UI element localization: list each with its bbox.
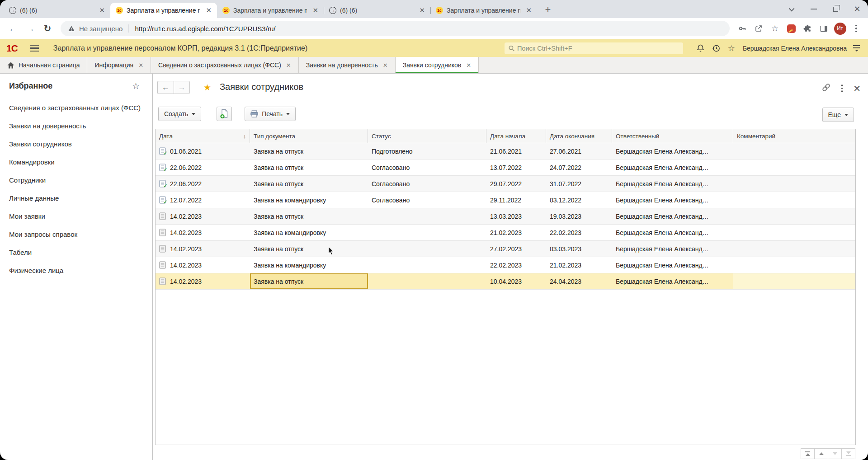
app-tab[interactable]: Информация ✕	[87, 57, 151, 73]
cell-date: 14.02.2023	[170, 278, 202, 285]
favorites-list-item[interactable]: Заявки сотрудников	[9, 139, 142, 149]
table-row[interactable]: ✓ 12.07.2022 Заявка на командировку Согл…	[156, 192, 855, 208]
favorites-list-item[interactable]: Мои заявки	[9, 211, 142, 221]
history-back-button[interactable]: ←	[157, 81, 174, 94]
url-text[interactable]: http://ru1c.rus.ad.egisplc.com/1CZUPRUS3…	[135, 25, 275, 33]
favorites-star-icon[interactable]: ☆	[724, 42, 739, 55]
scroll-up-icon[interactable]	[814, 448, 828, 459]
table-row[interactable]: 14.02.2023 Заявка на отпуск 27.02.2023 0…	[156, 241, 855, 257]
tab-close-icon[interactable]: ✕	[204, 6, 213, 14]
1c-logo[interactable]: 1С	[6, 43, 18, 54]
tab-close-icon[interactable]: ✕	[97, 6, 107, 14]
app-tab[interactable]: Сведения о застрахованных лицах (ФСС) ✕	[151, 57, 299, 73]
column-header-date-start[interactable]: Дата начала	[486, 129, 546, 143]
service-menu-icon[interactable]	[853, 45, 860, 52]
cell-responsible: Бершадская Елена Александ…	[612, 176, 733, 192]
tab-close-icon[interactable]: ✕	[524, 6, 533, 14]
back-icon[interactable]: ←	[5, 21, 21, 36]
column-header-doc-type[interactable]: Тип документа	[250, 129, 368, 143]
cell-status	[368, 257, 486, 273]
search-input[interactable]	[517, 45, 679, 52]
redirect-arrow-favicon: →	[329, 7, 336, 14]
create-button[interactable]: Создать	[158, 107, 201, 121]
link-icon[interactable]	[821, 83, 831, 94]
favorites-list-item[interactable]: Командировки	[9, 157, 142, 167]
extension-red-icon[interactable]	[784, 21, 798, 36]
column-header-status[interactable]: Статус	[368, 129, 486, 143]
tab-close-icon[interactable]: ✕	[311, 6, 320, 14]
scroll-down-icon[interactable]	[828, 448, 842, 459]
browser-tab[interactable]: → (6) (6) ✕	[4, 3, 110, 18]
more-dots-icon[interactable]	[841, 84, 843, 92]
cell-status	[368, 225, 486, 240]
column-header-date-end[interactable]: Дата окончания	[546, 129, 612, 143]
share-icon[interactable]	[751, 21, 766, 36]
more-button[interactable]: Еще	[822, 108, 854, 122]
favorites-list-item[interactable]: Сотрудники	[9, 175, 142, 185]
cell-comment	[733, 257, 855, 273]
app-tab-close-icon[interactable]: ✕	[138, 62, 143, 69]
column-header-responsible[interactable]: Ответственный	[612, 129, 733, 143]
main-menu-icon[interactable]	[30, 45, 39, 52]
security-label[interactable]: Не защищено	[79, 25, 123, 33]
restore-button[interactable]	[825, 0, 846, 18]
close-window-button[interactable]: ✕	[846, 0, 868, 18]
side-panel-icon[interactable]	[816, 21, 831, 36]
favorites-list-item[interactable]: Сведения о застрахованных лицах (ФСС)	[9, 103, 142, 113]
table-row[interactable]: ✓ 01.06.2021 Заявка на отпуск Подготовле…	[156, 143, 855, 160]
app-tab[interactable]: Начальная страница	[0, 57, 87, 73]
browser-tab[interactable]: 1с Зарплата и управление персона ✕	[217, 3, 324, 18]
minimize-button[interactable]	[803, 0, 825, 18]
table-row[interactable]: 14.02.2023 Заявка на отпуск 13.03.2023 1…	[156, 208, 855, 225]
column-header-comment[interactable]: Комментарий	[733, 129, 855, 143]
reload-icon[interactable]: ↻	[40, 21, 55, 36]
browser-tab[interactable]: → (6) (6) ✕	[324, 3, 430, 18]
load-file-button[interactable]	[217, 107, 232, 121]
tab-close-icon[interactable]: ✕	[417, 6, 427, 14]
address-bar[interactable]: Не защищено http://ru1c.rus.ad.egisplc.c…	[61, 21, 730, 36]
favorites-list-item[interactable]: Табели	[9, 248, 142, 257]
table-row[interactable]: ✓ 22.06.2022 Заявка на отпуск Согласован…	[156, 160, 855, 176]
table-row[interactable]: 14.02.2023 Заявка на отпуск 10.04.2023 2…	[156, 273, 855, 290]
new-tab-button[interactable]: +	[542, 3, 554, 16]
global-search[interactable]	[505, 42, 683, 54]
bell-icon[interactable]	[693, 42, 708, 55]
documents-table: Дата ↓ Тип документа Статус Дата начала …	[155, 129, 856, 445]
tab-search-chevron-icon[interactable]	[781, 0, 803, 18]
app-tab-close-icon[interactable]: ✕	[286, 62, 291, 69]
forward-icon[interactable]: →	[23, 21, 38, 36]
cell-date: 01.06.2021	[170, 148, 202, 155]
more-button-label: Еще	[828, 111, 841, 118]
app-tab[interactable]: Заявки на доверенность ✕	[299, 57, 396, 73]
app-tab[interactable]: Заявки сотрудников ✕	[396, 57, 479, 73]
app-tab-close-icon[interactable]: ✕	[383, 62, 388, 69]
profile-avatar[interactable]: Ит	[833, 21, 847, 36]
bookmark-star-icon[interactable]: ☆	[768, 21, 782, 36]
cell-responsible: Бершадская Елена Александ…	[612, 160, 733, 175]
scroll-bottom-icon[interactable]	[841, 448, 855, 459]
favorites-list-item[interactable]: Физические лица	[9, 266, 142, 275]
favorites-list-item[interactable]: Личные данные	[9, 193, 142, 203]
column-header-date[interactable]: Дата ↓	[156, 129, 250, 143]
page-favorite-star-icon[interactable]: ★	[203, 82, 211, 93]
favorites-list-item[interactable]: Мои запросы справок	[9, 230, 142, 239]
scroll-top-icon[interactable]	[801, 448, 815, 459]
current-user-name[interactable]: Бершадская Елена Александровна	[743, 45, 847, 52]
app-tab-close-icon[interactable]: ✕	[466, 62, 471, 69]
table-row[interactable]: ✓ 22.06.2022 Заявка на отпуск Согласован…	[156, 176, 855, 192]
print-button[interactable]: Печать	[245, 107, 296, 121]
browser-menu-dots-icon[interactable]	[849, 21, 863, 36]
favorites-pin-star-icon[interactable]: ☆	[132, 81, 140, 91]
history-icon[interactable]	[708, 42, 724, 55]
browser-tab[interactable]: 1с Зарплата и управление персона ✕	[110, 3, 217, 18]
table-row[interactable]: 14.02.2023 Заявка на командировку 22.02.…	[156, 257, 855, 273]
browser-tab[interactable]: 1с Зарплата и управление персона ✕	[430, 3, 537, 18]
browser-window: → (6) (6) ✕ 1с Зарплата и управление пер…	[0, 0, 868, 460]
table-row[interactable]: 14.02.2023 Заявка на командировку 21.02.…	[156, 225, 855, 241]
key-icon[interactable]	[735, 21, 750, 36]
puzzle-icon[interactable]	[800, 21, 815, 36]
close-view-icon[interactable]: ✕	[853, 83, 861, 94]
favorites-list-item[interactable]: Заявки на доверенность	[9, 121, 142, 131]
cell-date-end: 27.06.2021	[546, 143, 612, 159]
history-forward-button[interactable]: →	[174, 81, 190, 94]
